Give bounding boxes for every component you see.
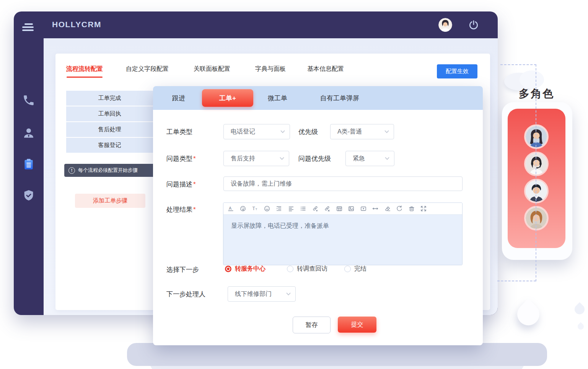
priority-select[interactable]: A类-普通 [330, 124, 394, 139]
font-color-icon[interactable]: A [227, 205, 234, 212]
list-icon[interactable] [300, 205, 306, 212]
save-draft-button[interactable]: 暂存 [293, 317, 331, 333]
apply-config-button[interactable]: 配置生效 [437, 64, 477, 78]
sidebar-item-security[interactable] [22, 189, 35, 202]
dashed-connector-vertical [536, 64, 536, 281]
issue-priority-label: 问题优先级 [298, 154, 331, 163]
palette-icon[interactable] [239, 205, 246, 212]
teardrop-shape [573, 302, 587, 317]
avatar-image [438, 18, 452, 32]
priority-label: 优先级 [298, 127, 318, 136]
svg-text:T: T [252, 206, 256, 211]
issue-desc-label: 问题描述* [166, 180, 196, 189]
work-order-dialog: 跟进 工单+ 微工单 自有工单弹屏 工单类型 电话登记 优先级 A类-普通 问题… [153, 86, 483, 345]
submit-button[interactable]: 提交 [338, 317, 376, 333]
avatar-female-customer [524, 206, 549, 230]
menu-toggle-icon[interactable] [22, 23, 37, 33]
dialog-tab-own-popup[interactable]: 自有工单弹屏 [320, 94, 359, 103]
sidebar-item-work-orders[interactable] [22, 158, 35, 171]
eraser-icon[interactable] [384, 205, 391, 212]
radio-unselected-icon [344, 266, 351, 272]
exclamation-icon: ! [68, 167, 75, 174]
chevron-down-icon [280, 130, 285, 133]
notice-text: 每个流程必须配置开始步骤 [78, 167, 138, 174]
font-size-icon[interactable]: TT [251, 205, 258, 212]
multi-role-label: 多角色 [519, 87, 554, 101]
teardrop-shape [513, 299, 544, 330]
dashed-connector-bottom [497, 281, 536, 281]
chevron-down-icon [286, 292, 291, 296]
user-avatar[interactable] [438, 18, 452, 32]
avatar-female-agent [524, 124, 549, 149]
dashed-connector-top [500, 64, 536, 65]
undo-icon[interactable] [396, 205, 403, 212]
indent-icon[interactable] [275, 205, 282, 212]
table-icon[interactable] [336, 205, 343, 212]
tab-process-flow-config[interactable]: 流程流转配置 [66, 65, 103, 73]
issue-priority-select[interactable]: 紧急 [345, 151, 394, 166]
horizontal-rule-icon[interactable] [372, 205, 379, 212]
brand-logo: HOLLYCRM [52, 20, 101, 29]
radio-transfer-service-center[interactable]: 转服务中心 [225, 265, 265, 273]
editor-toolbar: ATT [223, 203, 462, 215]
result-rich-text-editor: ATT 显示屏故障，电话已受理，准备派单 [223, 202, 463, 265]
svg-text:T: T [256, 207, 257, 211]
sidebar-item-phone[interactable] [22, 94, 35, 107]
stacked-card-front [127, 343, 547, 366]
next-handler-select[interactable]: 线下维修部门 [228, 286, 296, 302]
next-step-label: 选择下一步 [166, 265, 199, 274]
workflow-step-row[interactable]: 售后处理 [66, 122, 153, 138]
issue-type-label: 问题类型* [166, 154, 196, 163]
dialog-tab-micro-work-order[interactable]: 微工单 [268, 94, 287, 103]
video-icon[interactable] [360, 205, 367, 212]
notice-tooltip: ! 每个流程必须配置开始步骤 [64, 164, 158, 177]
add-step-button[interactable]: 添加工单步骤 [75, 194, 145, 208]
tab-basic-info-config[interactable]: 基本信息配置 [307, 65, 344, 73]
align-icon[interactable] [288, 205, 295, 212]
result-label: 处理结果* [166, 205, 196, 214]
emoji-icon[interactable] [264, 205, 270, 212]
image-icon[interactable] [348, 205, 355, 212]
radio-unselected-icon [287, 266, 293, 272]
chevron-down-icon [385, 157, 389, 160]
teardrop-shape [577, 322, 585, 331]
link-remove-icon[interactable] [324, 205, 331, 212]
dialog-tabbar: 跟进 工单+ 微工单 自有工单弹屏 [153, 86, 483, 110]
tab-linked-panel-config[interactable]: 关联面板配置 [194, 65, 230, 73]
next-handler-label: 下一步处理人 [166, 290, 205, 299]
link-add-icon[interactable] [312, 205, 319, 212]
avatar-male-manager [524, 179, 549, 203]
workflow-step-row[interactable]: 工单回执 [66, 106, 153, 122]
screen: HOLLYCRM [0, 0, 588, 369]
radio-selected-icon [225, 266, 231, 272]
chevron-down-icon [280, 157, 284, 160]
cloud-shape [520, 70, 544, 89]
tab-dictionary-panel[interactable]: 字典与面板 [255, 65, 286, 73]
editor-content[interactable]: 显示屏故障，电话已受理，准备派单 [223, 215, 462, 265]
tab-custom-field-config[interactable]: 自定义字段配置 [126, 65, 169, 73]
delete-icon[interactable] [408, 205, 415, 212]
workflow-step-row[interactable]: 工单完成 [66, 91, 153, 106]
dialog-tab-follow-up[interactable]: 跟进 [172, 94, 185, 103]
chevron-down-icon [384, 130, 389, 133]
avatar-headset-agent [524, 152, 549, 176]
issue-type-select[interactable]: 售后支持 [223, 151, 289, 166]
sidebar-item-contacts[interactable] [22, 126, 35, 139]
dialog-tab-work-order-active[interactable]: 工单+ [202, 89, 253, 107]
logout-power-icon[interactable] [468, 20, 479, 30]
fullscreen-icon[interactable] [420, 205, 427, 212]
ticket-type-select[interactable]: 电话登记 [223, 124, 290, 139]
ticket-type-label: 工单类型 [166, 127, 192, 136]
issue-desc-input[interactable]: 设备故障，需上门维修 [223, 176, 463, 191]
radio-finish[interactable]: 完结 [344, 265, 366, 273]
svg-text:A: A [229, 206, 232, 211]
radio-transfer-survey-callback[interactable]: 转调查回访 [287, 265, 327, 273]
workflow-step-row[interactable]: 客服登记 [66, 138, 153, 153]
